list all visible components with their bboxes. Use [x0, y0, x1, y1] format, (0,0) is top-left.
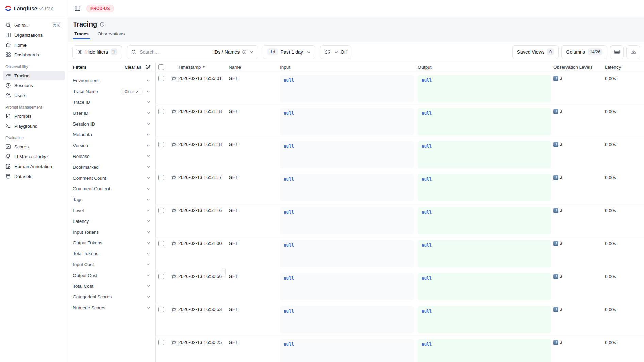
trace-output-cell[interactable]: null	[418, 141, 551, 168]
sidebar-item-home[interactable]: Home	[3, 40, 65, 50]
row-checkbox[interactable]	[158, 142, 164, 147]
filter-item-release[interactable]: Release	[73, 151, 151, 162]
row-height-button[interactable]	[610, 45, 624, 59]
refresh-button[interactable]: Off	[320, 45, 351, 59]
filter-item-version[interactable]: Version	[73, 140, 151, 151]
clear-filter-chip[interactable]: Clear	[121, 88, 143, 95]
wand-icon[interactable]	[146, 65, 151, 70]
filter-item-environment[interactable]: Environment	[73, 75, 151, 86]
bookmark-star-icon[interactable]	[171, 175, 177, 180]
table-row[interactable]: 2026-02-13 16:50:56 GET null null i 3 0.…	[156, 270, 644, 303]
hide-filters-button[interactable]: Hide filters 1	[72, 45, 122, 59]
filter-item-session-id[interactable]: Session ID	[73, 118, 151, 129]
bookmark-star-icon[interactable]	[171, 109, 177, 114]
bookmark-star-icon[interactable]	[171, 142, 177, 147]
bookmark-star-icon[interactable]	[171, 340, 177, 345]
filter-item-user-id[interactable]: User ID	[73, 108, 151, 118]
table-row[interactable]: 2026-02-13 16:51:18 GET null null i 3 0.…	[156, 138, 644, 171]
table-row[interactable]: 2026-02-13 16:51:18 GET null null i 3 0.…	[156, 105, 644, 138]
date-range-button[interactable]: 1d Past 1 day	[263, 45, 315, 59]
filter-item-tags[interactable]: Tags	[73, 194, 151, 205]
column-header-input[interactable]: Input	[278, 65, 416, 70]
bookmark-star-icon[interactable]	[171, 274, 177, 279]
row-checkbox[interactable]	[158, 175, 164, 180]
table-row[interactable]: 2026-02-13 16:51:17 GET null null i 3 0.…	[156, 171, 644, 204]
column-header-latency[interactable]: Latency	[605, 65, 644, 70]
sidebar-item-sessions[interactable]: Sessions	[3, 81, 65, 90]
filter-item-trace-id[interactable]: Trace ID	[73, 97, 151, 108]
row-checkbox[interactable]	[158, 76, 164, 81]
filter-item-input-cost[interactable]: Input Cost	[73, 259, 151, 270]
trace-output-cell[interactable]: null	[418, 339, 551, 362]
trace-input-cell[interactable]: null	[280, 174, 414, 201]
trace-output-cell[interactable]: null	[418, 75, 551, 102]
table-row[interactable]: 2026-02-13 16:50:25 GET null null i 3 0.…	[156, 336, 644, 362]
column-header-timestamp[interactable]: Timestamp ▼	[178, 65, 229, 70]
filter-item-input-tokens[interactable]: Input Tokens	[73, 227, 151, 237]
trace-input-cell[interactable]: null	[280, 108, 414, 135]
column-header-output[interactable]: Output	[416, 65, 553, 70]
trace-input-cell[interactable]: null	[280, 207, 414, 234]
filter-item-metadata[interactable]: Metadata	[73, 129, 151, 140]
trace-input-cell[interactable]: null	[280, 141, 414, 168]
trace-output-cell[interactable]: null	[418, 240, 551, 267]
table-row[interactable]: 2026-02-13 16:55:01 GET null null i 3 0.…	[156, 72, 644, 105]
table-row[interactable]: 2026-02-13 16:50:53 GET null null i 3 0.…	[156, 303, 644, 336]
filter-item-total-cost[interactable]: Total Cost	[73, 281, 151, 292]
info-icon[interactable]	[100, 22, 105, 27]
filter-item-output-cost[interactable]: Output Cost	[73, 270, 151, 281]
row-checkbox[interactable]	[158, 307, 164, 312]
filter-item-output-tokens[interactable]: Output Tokens	[73, 237, 151, 248]
export-button[interactable]	[626, 45, 640, 59]
trace-input-cell[interactable]: null	[280, 273, 414, 300]
columns-button[interactable]: Columns 14/26	[561, 45, 607, 59]
filter-item-trace-name[interactable]: Trace Name Clear	[73, 86, 151, 97]
row-checkbox[interactable]	[158, 274, 164, 279]
sidebar-toggle-button[interactable]	[73, 4, 82, 13]
row-checkbox[interactable]	[158, 241, 164, 246]
sidebar-item-prompts[interactable]: Prompts	[3, 111, 65, 121]
sidebar-item-goto[interactable]: Go to... ⌘ K	[3, 20, 65, 30]
filter-item-total-tokens[interactable]: Total Tokens	[73, 248, 151, 259]
sidebar-item-playground[interactable]: Playground	[3, 121, 65, 131]
sidebar-item-tracing[interactable]: Tracing	[3, 71, 65, 80]
trace-input-cell[interactable]: null	[280, 75, 414, 102]
environment-badge[interactable]: PROD-US	[86, 5, 114, 12]
filter-item-bookmarked[interactable]: Bookmarked	[73, 162, 151, 172]
bookmark-star-icon[interactable]	[171, 241, 177, 246]
trace-output-cell[interactable]: null	[418, 108, 551, 135]
filter-item-level[interactable]: Level	[73, 205, 151, 216]
trace-input-cell[interactable]: null	[280, 306, 414, 333]
table-row[interactable]: 2026-02-13 16:51:16 GET null null i 3 0.…	[156, 204, 644, 237]
column-header-observation-levels[interactable]: Observation Levels	[553, 65, 605, 70]
trace-output-cell[interactable]: null	[418, 306, 551, 333]
search-scope-select[interactable]: IDs / Names	[213, 49, 254, 55]
saved-views-button[interactable]: Saved Views 0	[512, 45, 559, 59]
trace-output-cell[interactable]: null	[418, 273, 551, 300]
trace-input-cell[interactable]: null	[280, 240, 414, 267]
sidebar-item-organizations[interactable]: Organizations	[3, 30, 65, 40]
row-checkbox[interactable]	[158, 340, 164, 345]
panel-resize-handle[interactable]	[222, 268, 226, 277]
filter-item-categorical-scores[interactable]: Categorical Scores	[73, 292, 151, 302]
bookmark-star-icon[interactable]	[171, 307, 177, 312]
sidebar-item-llm-as-a-judge[interactable]: LLM-as-a-Judge	[3, 152, 65, 161]
filter-item-numeric-scores[interactable]: Numeric Scores	[73, 302, 151, 313]
bookmark-star-icon[interactable]	[171, 208, 177, 213]
search-input[interactable]	[139, 49, 210, 55]
clear-all-filters-button[interactable]: Clear all	[125, 65, 141, 70]
filter-item-comment-content[interactable]: Comment Content	[73, 183, 151, 194]
tab-observations[interactable]: Observations	[98, 31, 125, 39]
row-checkbox[interactable]	[158, 109, 164, 114]
sidebar-item-human-annotation[interactable]: Human Annotation	[3, 162, 65, 171]
sidebar-item-scores[interactable]: Scores	[3, 142, 65, 151]
table-row[interactable]: 2026-02-13 16:51:00 GET null null i 3 0.…	[156, 237, 644, 270]
trace-output-cell[interactable]: null	[418, 174, 551, 201]
select-all-checkbox[interactable]	[158, 64, 164, 70]
column-header-name[interactable]: Name	[229, 65, 278, 70]
trace-output-cell[interactable]: null	[418, 207, 551, 234]
tab-traces[interactable]: Traces	[74, 31, 89, 39]
trace-input-cell[interactable]: null	[280, 339, 414, 362]
row-checkbox[interactable]	[158, 208, 164, 213]
sidebar-item-datasets[interactable]: Datasets	[3, 171, 65, 181]
